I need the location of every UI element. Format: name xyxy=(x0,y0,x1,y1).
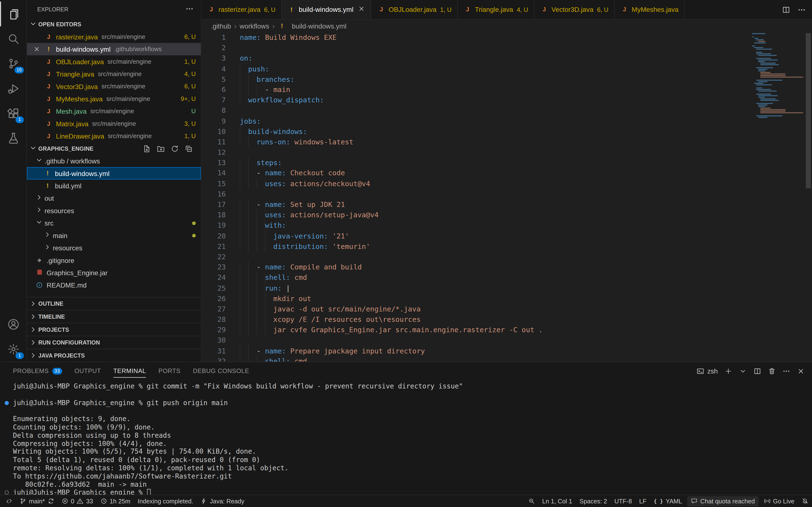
tree-item-main[interactable]: main xyxy=(27,229,201,241)
open-editor-Mesh.java[interactable]: JMesh.javasrc/main/engineU xyxy=(27,105,201,117)
split-editor-icon[interactable] xyxy=(782,6,790,14)
status-timer[interactable]: 1h 25m xyxy=(97,495,134,507)
terminal-profiles-icon[interactable] xyxy=(739,367,747,375)
collapse-all-icon[interactable] xyxy=(185,145,193,152)
command-decoration-dot[interactable] xyxy=(5,401,9,405)
section-java-projects[interactable]: JAVA PROJECTS xyxy=(27,349,201,362)
new-folder-icon[interactable] xyxy=(157,145,164,152)
command-decoration-circle[interactable] xyxy=(5,491,9,495)
panel-tab-problems[interactable]: PROBLEMS33 xyxy=(13,362,62,380)
section-timeline[interactable]: TIMELINE xyxy=(27,310,201,323)
open-editors-header[interactable]: OPEN EDITORS xyxy=(27,18,201,31)
activity-extensions[interactable]: 1 xyxy=(0,101,27,126)
status-go-live[interactable]: Go Live xyxy=(760,495,798,507)
tab-build-windows.yml[interactable]: !build-windows.yml xyxy=(282,0,372,19)
tree-item-README.md[interactable]: README.md xyxy=(27,279,201,291)
activity-testing[interactable] xyxy=(0,126,27,151)
status-indentation[interactable]: Spaces: 2 xyxy=(576,495,611,507)
minimap[interactable] xyxy=(750,33,804,362)
breadcrumb-item[interactable]: workflows xyxy=(240,22,269,30)
terminal-shell-selector[interactable]: zsh xyxy=(697,367,718,375)
file-path: src/main/engine xyxy=(108,132,180,140)
line-number: 2 xyxy=(202,43,226,53)
kill-terminal-icon[interactable] xyxy=(768,367,776,375)
tree-item-resources[interactable]: resources xyxy=(27,204,201,217)
open-editor-LineDrawer.java[interactable]: JLineDrawer.javasrc/main/engine1, U xyxy=(27,130,201,142)
more-actions-icon[interactable] xyxy=(798,6,806,14)
error-icon xyxy=(61,498,68,504)
status-java-status[interactable]: Java: Ready xyxy=(197,495,248,507)
project-header[interactable]: GRAPHICS_ENGINE xyxy=(27,142,201,155)
open-editor-build-windows.yml[interactable]: !build-windows.yml.github/workflows xyxy=(27,43,201,55)
new-terminal-icon[interactable] xyxy=(724,367,732,375)
line-number: 7 xyxy=(202,95,226,105)
tree-item-src[interactable]: src xyxy=(27,217,201,229)
editor-scrollbar[interactable] xyxy=(805,32,812,362)
tab-Triangle.java[interactable]: JTriangle.java4, U xyxy=(458,0,534,19)
status-language-mode[interactable]: { }YAML xyxy=(650,495,686,507)
code-token: run: xyxy=(265,283,282,293)
panel-tab-debug-console[interactable]: DEBUG CONSOLE xyxy=(193,362,249,380)
open-editor-Vector3D.java[interactable]: JVector3D.javasrc/main/engine6, U xyxy=(27,80,201,93)
status-cursor-position[interactable]: Ln 1, Col 1 xyxy=(539,495,576,507)
refresh-icon[interactable] xyxy=(171,145,179,152)
open-editor-Triangle.java[interactable]: JTriangle.javasrc/main/engine4, U xyxy=(27,68,201,80)
terminal[interactable]: juhi@Juhis-MBP Graphics_engine % git com… xyxy=(0,380,812,495)
tab-rasterizer.java[interactable]: Jrasterizer.java6, U xyxy=(202,0,282,19)
activity-run-debug[interactable] xyxy=(0,76,27,101)
activity-accounts[interactable] xyxy=(0,312,27,337)
panel-tab-terminal[interactable]: TERMINAL xyxy=(113,362,146,380)
new-file-icon[interactable] xyxy=(143,145,151,152)
status-remote[interactable] xyxy=(2,495,16,507)
tab-MyMeshes.java[interactable]: JMyMeshes.java xyxy=(615,0,684,19)
section-run-configuration[interactable]: RUN CONFIGURATION xyxy=(27,336,201,349)
section-projects[interactable]: PROJECTS xyxy=(27,323,201,336)
broadcast-icon xyxy=(764,498,770,504)
chevron-right-icon xyxy=(44,231,51,238)
open-editor-rasterizer.java[interactable]: Jrasterizer.javasrc/main/engine6, U xyxy=(27,31,201,43)
open-editor-OBJLoader.java[interactable]: JOBJLoader.javasrc/main/engine1, U xyxy=(27,55,201,68)
ellipsis-icon[interactable] xyxy=(185,4,194,12)
tab-OBJLoader.java[interactable]: JOBJLoader.java1, U xyxy=(371,0,458,19)
open-editor-Matrix.java[interactable]: JMatrix.javasrc/main/engine3, U xyxy=(27,117,201,130)
breadcrumb-item[interactable]: !build-windows.yml xyxy=(278,22,347,30)
activity-search[interactable] xyxy=(0,26,27,51)
tree-item-.gitignore[interactable]: ◆.gitignore xyxy=(27,254,201,266)
activity-explorer[interactable] xyxy=(0,1,27,26)
activity-source-control[interactable]: 16 xyxy=(0,51,27,76)
tab-Vector3D.java[interactable]: JVector3D.java6, U xyxy=(534,0,615,19)
status-chat-quota[interactable]: Chat quota reached xyxy=(687,496,758,506)
status-encoding[interactable]: UTF-8 xyxy=(611,495,636,507)
status-indexing[interactable]: Indexing completed. xyxy=(134,495,197,507)
status-branch[interactable]: main* xyxy=(16,495,58,507)
code-line: 19with: xyxy=(202,220,745,231)
tree-item-resources[interactable]: resources xyxy=(27,242,201,254)
scrollbar-thumb[interactable] xyxy=(806,33,811,188)
clock-icon xyxy=(100,498,107,504)
panel-tab-ports[interactable]: PORTS xyxy=(158,362,181,380)
tree-item-Graphics-Engine.jar[interactable]: Graphics_Engine.jar xyxy=(27,267,201,279)
status-eol[interactable]: LF xyxy=(636,495,650,507)
section-outline[interactable]: OUTLINE xyxy=(27,297,201,310)
code-token: - xyxy=(257,199,265,210)
status-zoom[interactable] xyxy=(525,495,539,507)
more-actions-icon[interactable] xyxy=(782,367,790,375)
activity-settings[interactable]: 1 xyxy=(0,337,27,362)
code-editor[interactable]: 1name: Build Windows EXE23on:4push:5bran… xyxy=(202,32,812,362)
tree-item-out[interactable]: out xyxy=(27,192,201,204)
panel-tab-label: DEBUG CONSOLE xyxy=(193,367,249,375)
split-terminal-icon[interactable] xyxy=(754,367,761,375)
status-notifications[interactable] xyxy=(798,495,812,507)
close-panel-icon[interactable] xyxy=(797,367,805,375)
panel-tab-output[interactable]: OUTPUT xyxy=(74,362,101,380)
code-line: 31- name: Prepare jpackage input directo… xyxy=(202,345,745,356)
close-icon[interactable] xyxy=(33,46,40,54)
close-icon[interactable] xyxy=(358,5,365,14)
status-problems[interactable]: 033 xyxy=(58,495,97,507)
tree-item-build.yml[interactable]: !build.yml xyxy=(27,180,201,192)
tree-item-build-windows.yml[interactable]: !build-windows.yml xyxy=(27,167,201,179)
indent-guide xyxy=(240,272,265,283)
tree-item-.github-workflows[interactable]: .github / workflows xyxy=(27,155,201,167)
breadcrumb-item[interactable]: .github xyxy=(211,22,231,30)
open-editor-MyMeshes.java[interactable]: JMyMeshes.javasrc/main/engine9+, U xyxy=(27,93,201,105)
